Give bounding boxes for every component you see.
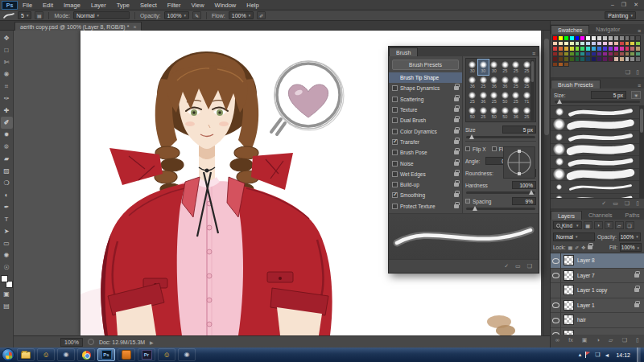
channels-tab[interactable]: Channels [582, 211, 619, 220]
menu-item[interactable]: File [23, 2, 32, 9]
taskbar-clock[interactable]: 14:12 [613, 352, 633, 358]
pressure-opacity-icon[interactable]: ✎ [192, 11, 201, 19]
layers-bottom-icon[interactable]: ▣ [582, 337, 588, 343]
preset-size-slider[interactable] [555, 101, 640, 103]
panel-bottom-icon[interactable]: ✓ [504, 263, 509, 269]
filter-kind-select[interactable]: Kind [553, 221, 582, 229]
brush-presets-tab[interactable]: Brush Presets [551, 80, 601, 88]
flow-select[interactable]: 100% [229, 11, 254, 19]
layer-row[interactable]: Layer 1 copy [551, 283, 644, 298]
color-swatch[interactable] [597, 56, 602, 62]
hardness-slider[interactable] [466, 191, 535, 194]
30[interactable]: 30 [478, 60, 489, 75]
brush-tool[interactable]: ✐ [1, 117, 13, 129]
color-swatch[interactable] [575, 56, 580, 62]
layer-thumbnail[interactable] [564, 300, 574, 311]
layer-row[interactable]: hair [551, 313, 644, 328]
quick-select-tool[interactable]: ❋ [1, 68, 13, 80]
panel-menu-icon[interactable]: ≡ [532, 51, 535, 56]
workspace-select[interactable]: Painting [605, 11, 636, 19]
clone-stamp-tool[interactable]: ✹ [1, 129, 13, 141]
airbrush-icon[interactable]: ✐ [257, 11, 266, 19]
25[interactable]: 25 [478, 105, 489, 121]
color-swatch[interactable] [580, 56, 585, 62]
brush-option-row[interactable]: Scattering [389, 94, 462, 105]
brush-preset-row[interactable] [551, 144, 644, 157]
checkbox[interactable] [392, 85, 398, 91]
document-tab[interactable]: aerith copy.psd @ 100% (Layer 8, RGB/8) … [14, 22, 142, 31]
zoom-level-field[interactable]: 100% [60, 338, 83, 347]
layer-thumbnail[interactable] [564, 285, 574, 295]
restore-button[interactable]: ❐ [621, 2, 626, 8]
30[interactable]: 30 [489, 60, 500, 75]
blend-mode-select[interactable]: Normal [553, 232, 595, 241]
layer-filter-icon[interactable]: T [605, 221, 613, 229]
volume-icon[interactable]: ◄ [605, 352, 610, 358]
app-media-2[interactable]: ◉ [178, 348, 196, 361]
panel-bottom-icon[interactable]: ▯ [636, 69, 639, 76]
brush-preset-row[interactable] [551, 169, 644, 182]
lock-option-icon[interactable]: ✐ [575, 245, 579, 250]
layer-filter-icon[interactable]: ❏ [625, 221, 634, 229]
color-swatch[interactable] [591, 56, 597, 62]
opacity-select[interactable]: 100% [164, 11, 189, 19]
paths-tab[interactable]: Paths [619, 211, 644, 220]
brush-option-row[interactable]: Transfer [389, 137, 462, 147]
brush-preset-row[interactable] [551, 156, 644, 169]
layers-bottom-icon[interactable]: fx [568, 337, 572, 343]
brush-option-row[interactable]: Smoothing [389, 190, 462, 200]
brush-preset-row[interactable] [551, 194, 644, 200]
type-tool[interactable]: T [1, 213, 13, 225]
color-swatch[interactable] [630, 56, 635, 62]
vertical-scrollbar[interactable] [543, 31, 550, 335]
25[interactable]: 25 [510, 60, 522, 75]
color-swatch[interactable] [552, 62, 558, 68]
app-photoshop[interactable]: Ps [97, 348, 115, 361]
eraser-tool[interactable]: ▰ [1, 153, 13, 165]
menu-item[interactable]: Select [140, 2, 157, 9]
visibility-toggle[interactable] [551, 298, 561, 312]
healing-brush-tool[interactable]: ✚ [1, 105, 13, 117]
layers-bottom-icon[interactable]: ∞ [555, 337, 559, 343]
checkbox[interactable] [392, 171, 398, 177]
50[interactable]: 50 [467, 105, 478, 121]
checkbox[interactable] [392, 182, 398, 187]
history-brush-tool[interactable]: ❊ [1, 141, 13, 153]
layer-row[interactable]: Layer 8 [551, 253, 644, 269]
color-swatch[interactable] [564, 62, 569, 68]
spacing-value-field[interactable]: 9% [512, 197, 536, 205]
menu-item[interactable]: Image [64, 2, 80, 9]
flip-x-checkbox[interactable] [465, 146, 470, 151]
36[interactable]: 36 [478, 90, 489, 105]
layer-filter-icon[interactable]: ◑ [594, 221, 603, 229]
move-tool[interactable]: ✥ [1, 32, 13, 44]
menu-item[interactable]: Edit [43, 2, 53, 9]
36[interactable]: 36 [489, 75, 500, 90]
layer-thumbnail[interactable] [564, 255, 574, 265]
color-swatch[interactable] [635, 56, 641, 62]
layer-row[interactable] [551, 328, 644, 335]
checkbox[interactable] [392, 129, 398, 134]
25[interactable]: 25 [500, 60, 511, 75]
app-explorer[interactable] [17, 348, 35, 361]
checkbox[interactable] [392, 192, 398, 198]
brush-option-row[interactable]: Build-up [389, 179, 462, 190]
visibility-toggle[interactable] [551, 327, 561, 335]
toggle-live-tip-icon[interactable]: ✳ [631, 91, 641, 99]
foreground-color[interactable] [1, 275, 8, 282]
brush-preset-row[interactable] [551, 131, 644, 144]
minimize-button[interactable]: – [611, 2, 614, 8]
app-messenger[interactable]: ☺ [37, 348, 55, 361]
25[interactable]: 25 [510, 90, 522, 105]
36[interactable]: 36 [500, 75, 511, 90]
app-premiere[interactable]: Pr [138, 348, 155, 361]
panel-menu-icon[interactable]: ≡ [638, 28, 641, 34]
panel-bottom-icon[interactable]: ▭ [515, 263, 521, 269]
panel-bottom-icon[interactable]: ❏ [527, 263, 532, 269]
brush-preset-row[interactable] [551, 181, 644, 194]
layer-opacity-field[interactable]: 100% [619, 232, 641, 241]
zoom-tool[interactable]: ☉ [1, 261, 13, 274]
hand-tool[interactable]: ✺ [1, 249, 13, 261]
brush-option-row[interactable]: Color Dynamics [389, 125, 462, 136]
25[interactable]: 25 [467, 90, 478, 105]
